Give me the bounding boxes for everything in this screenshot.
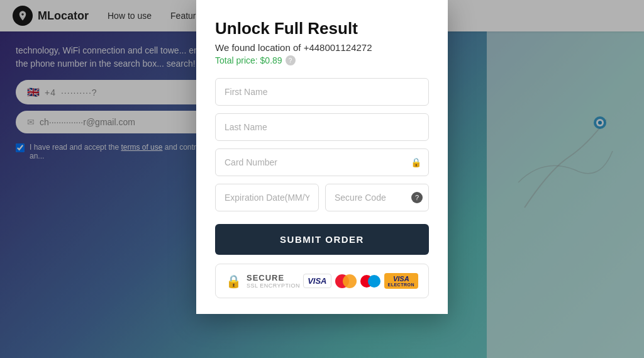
last-name-group (215, 113, 429, 141)
card-number-group: 🔒 (215, 148, 429, 176)
submit-order-button[interactable]: SUBMIT ORDER (215, 224, 429, 255)
modal-backdrop: Unlock Full Result We found location of … (0, 0, 644, 358)
cvv-group: ? (325, 184, 429, 211)
card-number-input[interactable] (215, 148, 429, 176)
mc-orange-circle (343, 274, 357, 288)
modal-price: Total price: $0.89 ? (215, 55, 429, 65)
visa-electron-sub: ELECTRON (388, 282, 415, 287)
maestro-blue-circle (368, 275, 380, 288)
first-name-group (215, 78, 429, 106)
cvv-wrapper: ? (325, 184, 429, 211)
lock-icon: 🔒 (411, 157, 421, 167)
last-name-input[interactable] (215, 113, 429, 141)
visa-logo: VISA (303, 274, 331, 288)
modal-subtitle: We found location of +448001124272 (215, 42, 429, 53)
visa-electron-logo: VISA ELECTRON (384, 273, 419, 289)
secure-title: SECURE (247, 273, 300, 282)
secure-left: 🔒 SECURE SSL ENCRYPTION (226, 273, 300, 289)
visa-electron-text: VISA (393, 275, 409, 282)
maestro-logo (360, 275, 380, 288)
expiry-cvv-row: ? (215, 184, 429, 219)
secure-row: 🔒 SECURE SSL ENCRYPTION VISA VISA (215, 264, 429, 298)
modal: Unlock Full Result We found location of … (196, 0, 448, 314)
price-info-icon[interactable]: ? (286, 55, 296, 65)
payment-logos: VISA VISA ELECTRON (303, 273, 418, 289)
first-name-input[interactable] (215, 78, 429, 106)
price-text: Total price: $0.89 (215, 55, 282, 65)
secure-lock-icon: 🔒 (226, 274, 242, 289)
modal-title: Unlock Full Result (215, 19, 429, 38)
secure-subtitle: SSL ENCRYPTION (247, 282, 300, 289)
secure-text: SECURE SSL ENCRYPTION (247, 273, 300, 289)
expiry-input[interactable] (215, 184, 319, 211)
expiry-group (215, 184, 319, 211)
cvv-help-icon[interactable]: ? (411, 192, 423, 203)
card-input-wrapper: 🔒 (215, 148, 429, 176)
mastercard-logo (335, 274, 357, 288)
